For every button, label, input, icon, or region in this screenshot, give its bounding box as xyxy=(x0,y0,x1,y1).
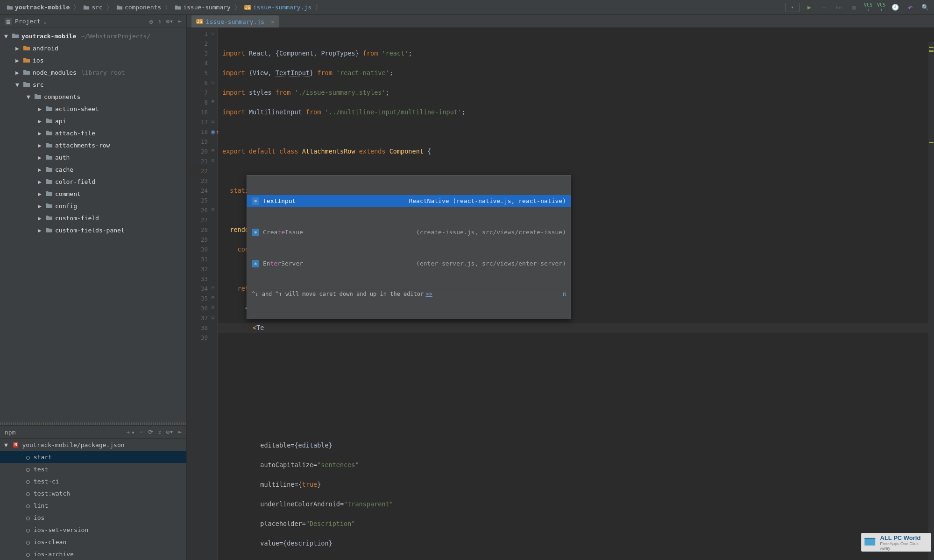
expand-arrow-icon[interactable]: ▶ xyxy=(14,45,21,52)
coverage-icon[interactable]: ⏭ xyxy=(834,2,844,13)
run-config-dropdown[interactable]: ▾ xyxy=(785,3,800,12)
marker-bar[interactable] xyxy=(928,42,934,560)
line-number[interactable]: 21 xyxy=(187,156,208,166)
fold-icon[interactable] xyxy=(210,263,216,273)
search-icon[interactable]: 🔍 xyxy=(920,2,930,13)
pi-icon[interactable]: π xyxy=(563,289,566,299)
npm-script-row[interactable]: ○ios-clean xyxy=(0,536,186,548)
line-number[interactable]: 4 xyxy=(187,58,208,68)
line-number[interactable]: 29 xyxy=(187,235,208,245)
fold-icon[interactable]: ⊟ xyxy=(210,77,216,87)
fold-icon[interactable] xyxy=(210,136,216,146)
vcs-commit-icon[interactable]: VCS↑ xyxy=(877,3,885,12)
gear-icon[interactable]: ⚙▾ xyxy=(166,18,174,25)
hint-link[interactable]: >> xyxy=(425,289,432,299)
completion-item[interactable]: ⚛ EnterServer (enter-server.js, src/view… xyxy=(247,258,571,269)
code-completion-popup[interactable]: ⚛ TextInput ReactNative (react-native.js… xyxy=(247,175,571,319)
fold-icon[interactable]: ⊟ xyxy=(210,116,216,126)
line-number[interactable]: 28 xyxy=(187,225,208,235)
collapse-icon[interactable]: ⇕ xyxy=(158,428,162,437)
fold-icon[interactable] xyxy=(210,67,216,77)
npm-title[interactable]: npm xyxy=(5,429,15,436)
line-number[interactable]: 22 xyxy=(187,166,208,176)
tree-row[interactable]: ▶api xyxy=(0,115,186,127)
expand-arrow-icon[interactable]: ▶ xyxy=(14,57,21,64)
line-number[interactable]: 16 xyxy=(187,107,208,117)
line-number[interactable]: 6 xyxy=(187,78,208,88)
line-number[interactable]: 34 xyxy=(187,284,208,294)
completion-item[interactable]: ⚛ TextInput ReactNative (react-native.js… xyxy=(247,195,571,207)
line-number[interactable]: 27 xyxy=(187,215,208,225)
fold-icon[interactable] xyxy=(210,48,216,57)
expand-arrow-icon[interactable]: ▶ xyxy=(36,105,43,112)
line-number[interactable]: 23 xyxy=(187,176,208,186)
line-number[interactable]: 5 xyxy=(187,68,208,78)
fold-icon[interactable]: ⊟ xyxy=(210,312,216,322)
fold-icon[interactable] xyxy=(210,224,216,234)
run-icon[interactable]: ▶ xyxy=(804,2,814,13)
hide-icon[interactable]: ⇤ xyxy=(178,428,182,437)
expand-arrow-icon[interactable]: ▼ xyxy=(3,33,9,40)
tree-row[interactable]: ▶auth xyxy=(0,151,186,163)
fold-icon[interactable] xyxy=(210,185,216,195)
line-gutter[interactable]: 1234567816171819202122232425262728293031… xyxy=(187,28,218,560)
crumb-root[interactable]: youtrack-mobile xyxy=(4,3,72,12)
line-number[interactable]: 32 xyxy=(187,264,208,274)
npm-script-row[interactable]: ○test-ci xyxy=(0,475,186,487)
fold-icon[interactable]: ⊟ xyxy=(210,283,216,293)
line-number[interactable]: 31 xyxy=(187,254,208,264)
tree-row[interactable]: ▶action-sheet xyxy=(0,103,186,115)
code-editor[interactable]: ◉↑ import React, {Component, PropTypes} … xyxy=(218,28,934,560)
line-number[interactable]: 35 xyxy=(187,294,208,303)
tree-row[interactable]: ▼components xyxy=(0,91,186,103)
line-number[interactable]: 18 xyxy=(187,127,208,137)
chevron-down-icon[interactable]: ⌄ xyxy=(43,18,47,25)
stop-icon[interactable]: ■ xyxy=(849,2,859,13)
fold-icon[interactable] xyxy=(210,273,216,283)
npm-script-row[interactable]: ○test xyxy=(0,463,186,475)
line-number[interactable]: 2 xyxy=(187,39,208,49)
gear-icon[interactable]: ⚙▾ xyxy=(166,428,174,437)
fold-icon[interactable]: ⊟ xyxy=(210,28,216,38)
project-panel-title[interactable]: Project xyxy=(15,18,41,25)
fold-icon[interactable] xyxy=(210,253,216,263)
npm-script-row[interactable]: ○ios-archive xyxy=(0,548,186,560)
expand-arrow-icon[interactable]: ▶ xyxy=(36,215,43,222)
expand-arrow-icon[interactable]: ▶ xyxy=(14,69,21,76)
crumb-file[interactable]: JS issue-summary.js xyxy=(241,3,314,12)
line-number[interactable]: 39 xyxy=(187,333,208,343)
fold-icon[interactable] xyxy=(210,214,216,224)
tree-row[interactable]: ▶android xyxy=(0,42,186,54)
line-number[interactable]: 19 xyxy=(187,137,208,147)
expand-arrow-icon[interactable]: ▶ xyxy=(36,203,43,210)
line-number[interactable]: 33 xyxy=(187,274,208,284)
line-number[interactable]: 26 xyxy=(187,205,208,215)
fold-icon[interactable]: ⊟ xyxy=(210,155,216,165)
remove-icon[interactable]: − xyxy=(140,428,143,437)
tree-row[interactable]: ▼src xyxy=(0,78,186,91)
fold-icon[interactable] xyxy=(210,195,216,204)
close-icon[interactable]: × xyxy=(271,18,275,25)
fold-icon[interactable] xyxy=(210,234,216,244)
debug-icon[interactable]: ✳ xyxy=(819,2,829,13)
line-number[interactable]: 3 xyxy=(187,49,208,58)
fold-icon[interactable]: ⊞ xyxy=(210,97,216,106)
expand-arrow-icon[interactable]: ▼ xyxy=(3,441,9,448)
add-icon[interactable]: ＋▾ xyxy=(125,428,135,437)
tree-row[interactable]: ▶attachments-row xyxy=(0,139,186,151)
refresh-icon[interactable]: ⟳ xyxy=(148,428,153,437)
npm-tree[interactable]: ▼ N youtrack-mobile/package.json ○start○… xyxy=(0,439,186,560)
line-number[interactable]: 17 xyxy=(187,117,208,127)
npm-package-row[interactable]: ▼ N youtrack-mobile/package.json xyxy=(0,439,186,451)
tree-row[interactable]: ▶cache xyxy=(0,163,186,175)
tree-row[interactable]: ▶custom-fields-panel xyxy=(0,224,186,236)
tree-row[interactable]: ▶node_moduleslibrary root xyxy=(0,66,186,78)
fold-icon[interactable] xyxy=(210,87,216,97)
expand-arrow-icon[interactable]: ▼ xyxy=(14,81,21,88)
expand-arrow-icon[interactable]: ▶ xyxy=(36,166,43,173)
npm-script-row[interactable]: ○ios xyxy=(0,511,186,524)
crumb-issue-summary[interactable]: issue-summary xyxy=(172,3,234,12)
project-view-icon[interactable]: ▤ xyxy=(5,18,12,25)
line-number[interactable]: 30 xyxy=(187,245,208,254)
fold-icon[interactable] xyxy=(210,165,216,175)
